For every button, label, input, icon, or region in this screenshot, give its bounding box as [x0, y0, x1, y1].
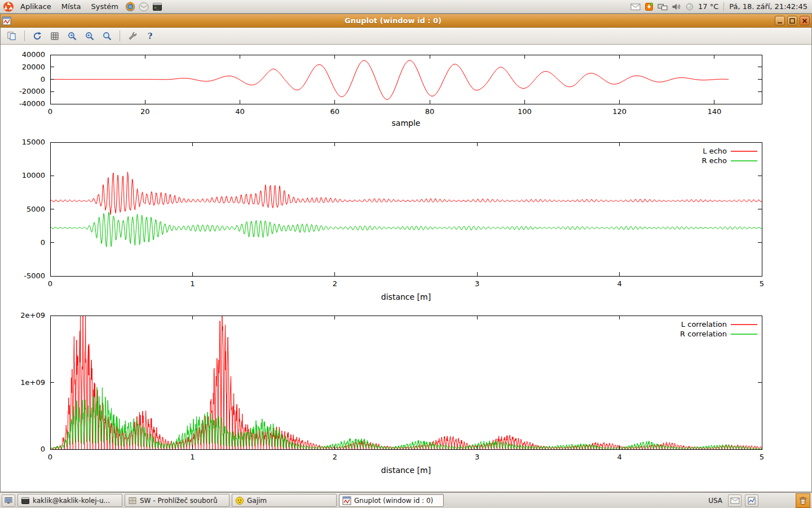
menu-system[interactable]: Systém — [86, 1, 122, 12]
terminal-icon: >_ — [152, 2, 162, 12]
remote-desktop-button[interactable] — [657, 2, 668, 11]
svg-text:>_: >_ — [154, 6, 159, 10]
minimize-icon — [776, 17, 783, 24]
svg-text:5000: 5000 — [27, 205, 45, 213]
system-tray: 17 °C Pá, 18. září, 21:42:45 — [630, 2, 810, 11]
svg-text:1: 1 — [190, 453, 195, 461]
terminal-task-icon — [21, 496, 30, 505]
toolbar: ? — [1, 28, 811, 45]
svg-text:40: 40 — [235, 107, 245, 116]
top-panel: Aplikace Místa Systém >_ 17 °C Pá, 18. z… — [0, 0, 812, 14]
maximize-button[interactable] — [787, 16, 797, 25]
volume-button[interactable] — [672, 2, 681, 11]
minimize-button[interactable] — [775, 16, 785, 25]
clock[interactable]: Pá, 18. září, 21:42:45 — [729, 2, 807, 11]
zoom-next-icon — [85, 31, 95, 41]
svg-text:sample: sample — [392, 119, 421, 128]
autoscale-button[interactable] — [99, 29, 115, 43]
svg-text:20000: 20000 — [22, 63, 45, 71]
svg-text:3: 3 — [475, 453, 479, 461]
firefox-icon — [125, 2, 135, 12]
task-label: Gnuplot (window id : 0) — [354, 497, 433, 505]
svg-text:60: 60 — [330, 107, 340, 116]
replot-button[interactable] — [29, 29, 45, 43]
keyboard-layout-indicator[interactable]: USA — [706, 497, 725, 505]
svg-text:R correlation: R correlation — [680, 330, 727, 338]
terminal-launcher[interactable]: >_ — [151, 1, 164, 13]
svg-text:5: 5 — [760, 279, 764, 288]
menu-applications[interactable]: Aplikace — [16, 1, 56, 12]
toolbar-separator — [120, 30, 120, 41]
gnuplot-window: Gnuplot (window id : 0) — [0, 14, 812, 492]
taskbar: kaklik@kaklik-kolej-u... SW - Prohlížeč … — [0, 492, 812, 508]
svg-text:0: 0 — [41, 75, 45, 84]
svg-text:0: 0 — [41, 238, 45, 247]
close-icon — [801, 17, 808, 24]
svg-text:4: 4 — [617, 453, 621, 461]
svg-text:1: 1 — [190, 279, 195, 288]
svg-text:-20000: -20000 — [19, 87, 45, 95]
file-manager-icon — [128, 496, 137, 505]
svg-text:3: 3 — [475, 279, 479, 288]
menu-places[interactable]: Místa — [57, 1, 86, 12]
evolution-launcher[interactable] — [138, 1, 150, 13]
svg-text:80: 80 — [425, 107, 435, 116]
show-desktop-button[interactable] — [2, 494, 15, 507]
svg-text:2e+09: 2e+09 — [20, 311, 45, 319]
svg-text:120: 120 — [612, 107, 626, 116]
titlebar[interactable]: Gnuplot (window id : 0) — [1, 14, 811, 28]
task-label: SW - Prohlížeč souborů — [140, 497, 218, 505]
svg-text:0: 0 — [48, 453, 52, 461]
task-gajim[interactable]: Gajim — [232, 494, 337, 507]
svg-text:distance [m]: distance [m] — [381, 292, 431, 301]
software-update-icon — [645, 2, 654, 11]
previous-zoom-button[interactable] — [64, 29, 80, 43]
svg-text:R echo: R echo — [701, 156, 727, 165]
settings-button[interactable] — [125, 29, 140, 43]
trash-applet-button[interactable] — [796, 493, 810, 508]
svg-text:L echo: L echo — [703, 147, 727, 155]
svg-text:?: ? — [148, 32, 152, 41]
next-zoom-button[interactable] — [82, 29, 98, 43]
help-icon: ? — [145, 31, 155, 41]
svg-text:140: 140 — [707, 107, 721, 116]
svg-text:2: 2 — [333, 279, 337, 288]
zoom-icon — [102, 31, 112, 41]
volume-icon — [672, 2, 681, 11]
window-title: Gnuplot (window id : 0) — [14, 16, 773, 25]
gnuplot-task-icon — [342, 496, 351, 505]
maximize-icon — [789, 17, 796, 24]
mail-notifier-button[interactable] — [728, 494, 742, 507]
svg-text:-5000: -5000 — [24, 271, 45, 280]
svg-text:0: 0 — [48, 107, 52, 116]
close-button[interactable] — [800, 16, 810, 25]
help-button[interactable]: ? — [142, 29, 158, 43]
wrench-icon — [127, 31, 138, 41]
weather-icon — [685, 2, 694, 11]
svg-text:-40000: -40000 — [19, 99, 45, 108]
gajim-icon — [235, 496, 244, 505]
refresh-icon — [32, 31, 42, 41]
svg-text:5: 5 — [760, 453, 764, 461]
ubuntu-logo-icon — [3, 1, 14, 12]
mail-tray-button[interactable] — [630, 2, 641, 11]
plot-area[interactable]: 020406080100120140-40000-200000200004000… — [1, 45, 811, 492]
task-file-browser[interactable]: SW - Prohlížeč souborů — [125, 494, 230, 507]
copy-to-clipboard-button[interactable] — [4, 29, 20, 43]
svg-text:10000: 10000 — [22, 171, 45, 179]
svg-text:L correlation: L correlation — [681, 320, 727, 329]
toggle-grid-button[interactable] — [47, 29, 63, 43]
system-monitor-icon — [747, 496, 756, 505]
firefox-launcher[interactable] — [124, 1, 136, 13]
weather-applet-button[interactable] — [685, 2, 694, 11]
task-gnuplot[interactable]: Gnuplot (window id : 0) — [339, 494, 444, 507]
temperature-indicator[interactable]: 17 °C — [698, 2, 718, 11]
software-update-button[interactable] — [645, 2, 654, 11]
system-monitor-button[interactable] — [745, 494, 758, 507]
task-terminal[interactable]: kaklik@kaklik-kolej-u... — [17, 494, 122, 507]
show-desktop-icon — [4, 496, 13, 505]
charts-canvas: 020406080100120140-40000-200000200004000… — [1, 45, 811, 492]
evolution-icon — [139, 2, 149, 12]
task-label: Gajim — [247, 497, 267, 505]
ubuntu-menu-icon[interactable] — [2, 1, 15, 13]
